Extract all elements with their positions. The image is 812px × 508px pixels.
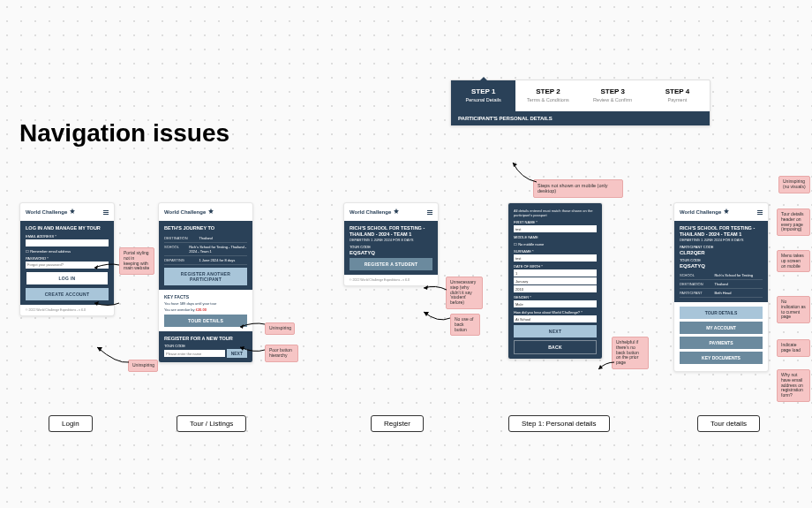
note-tour-header-every-page: Tour details header on every page (impos… [777,209,810,236]
password-label: PASSWORD * [26,256,109,261]
firstname-input[interactable] [514,225,597,232]
menu-icon[interactable] [757,210,763,215]
tour-details-button[interactable]: TOUR DETAILS [164,315,247,327]
dob-year[interactable] [514,285,597,292]
register-student-button[interactable]: REGISTER A STUDENT [350,258,432,270]
dob-day[interactable] [514,269,597,277]
note-portal-styling: Portal styling not in keeping with main … [119,247,154,275]
caption-tour: Tour / Listings [177,415,246,432]
step-2: STEP 2Terms & Conditions [515,80,580,111]
back-button[interactable]: BACK [514,340,597,354]
note-page-load: Indicate page load [777,339,810,357]
login-header: LOG IN AND MANAGE MY TOUR [26,225,109,231]
participant-code-label: PARTICIPANT CODE [680,245,763,249]
phone-details: World Challenge RICH'S SCHOOL FOR TESTIN… [673,202,769,372]
note-steps-not-shown: Steps not shown on mobile (only desktop) [533,179,623,198]
caption-login: Login [49,415,93,432]
note-no-back: No use of back button [450,314,480,336]
nav-key-docs[interactable]: KEY DOCUMENTS [680,352,763,364]
tour-code-label: TOUR CODE [350,245,432,249]
note-poor-hierarchy: Poor button hierarchy [265,345,298,362]
phone-register: World Challenge RICH'S SCHOOL FOR TESTIN… [343,202,439,286]
note-uninspiring-3: Uninspiring (no visuals) [778,176,810,193]
key-fact-days: You have 589 days until your tour [164,301,247,306]
tour-code-label: TOUR CODE [680,258,763,262]
note-menu-screen: Menu takes up screen on mobile [777,250,810,272]
tour-code-value: EQSATYQ [350,250,432,255]
surname-input[interactable] [514,254,597,262]
register-another-button[interactable]: REGISTER ANOTHER PARTICIPANT [164,268,247,285]
caption-details: Tour details [697,415,760,432]
details-subheader: DEPARTING 1 JUNE 2024 FOR 8 DAYS [680,238,763,242]
personal-intro: All details entered must match those sho… [514,209,597,217]
step-3: STEP 3Review & Confirm [581,80,645,111]
logo: World Challenge [164,208,215,216]
step-4: STEP 4Payment [645,80,710,111]
logo: World Challenge [26,208,77,216]
next-button[interactable]: NEXT [514,325,597,337]
password-field[interactable] [26,262,109,269]
phone-tour: World Challenge BETH'S JOURNEY TO DESTIN… [158,202,253,363]
menu-icon[interactable] [103,210,109,215]
phone-login: World Challenge LOG IN AND MANAGE MY TOU… [19,202,115,316]
tour-code-label: TOUR CODE [164,344,247,348]
nav-tour-details[interactable]: TOUR DETAILS [680,307,763,319]
footer: © 2022 World Challenge Expeditions - v 6… [20,305,114,315]
remember-checkbox-label[interactable]: ☐ Remember email address [26,249,109,254]
register-new-tour-header: REGISTER FOR A NEW TOUR [164,336,247,342]
tour-code-input[interactable] [164,350,225,357]
step-1: STEP 1Personal Details [451,80,515,111]
note-uninspiring-2: Uninspiring [265,322,295,335]
gender-label: GENDER * [514,295,597,299]
dob-label: DATE OF BIRTH * [514,264,597,269]
register-subheader: DEPARTING 1 JUNE 2024 FOR 8 DAYS [350,238,432,242]
hear-about-label: How did you hear about World Challenge? … [514,310,597,315]
email-label: EMAIL ADDRESS * [26,234,109,239]
next-button[interactable]: NEXT [227,349,247,358]
key-fact-overdue: You are overdue by £20.00 [164,307,247,312]
journey-header: BETH'S JOURNEY TO [164,225,247,231]
page-title: Navigation issues [19,119,229,148]
stepper-section-label: PARTICIPANT'S PERSONAL DETAILS [451,111,710,125]
participant-code-value: CLR2QER [680,250,763,255]
stepper-preview: STEP 1Personal Details STEP 2Terms & Con… [450,80,710,126]
note-unhelpful-back: Unhelpful if there's no back button on t… [612,337,649,369]
details-header: RICH'S SCHOOL FOR TESTING - THAILAND - 2… [680,225,763,237]
tour-code-value: EQSATYQ [680,263,763,269]
nav-payments[interactable]: PAYMENTS [680,337,763,349]
caption-personal: Step 1: Personal details [508,415,610,432]
firstname-label: FIRST NAME * [514,220,597,224]
phone-personal: All details entered must match those sho… [508,202,603,360]
note-email-reg: Why not have email address on registrati… [777,369,810,402]
footer: © 2022 World Challenge Expeditions - v 6… [344,275,438,285]
hear-about-select[interactable] [514,315,597,322]
register-header: RICH'S SCHOOL FOR TESTING - THAILAND - 2… [350,225,432,237]
login-button[interactable]: LOG IN [26,271,109,285]
note-unnecessary-step: Unnecessary step (why didn't it say 'stu… [446,277,483,309]
logo: World Challenge [350,208,401,216]
caption-register: Register [371,415,424,432]
email-field[interactable] [26,239,109,246]
no-middle-name-checkbox[interactable]: ☐ No middle name [514,242,597,246]
menu-icon[interactable] [427,210,432,215]
key-facts-title: KEY FACTS [164,294,247,299]
gender-select[interactable] [514,300,597,307]
surname-label: SURNAME * [514,249,597,254]
nav-my-account[interactable]: MY ACCOUNT [680,322,763,334]
middlename-label: MIDDLE NAME [514,235,597,239]
logo: World Challenge [680,208,731,216]
note-uninspiring-1: Uninspiring [128,360,158,372]
note-no-current-page: No indication as to current page [777,296,810,323]
dob-month[interactable] [514,277,597,284]
create-account-button[interactable]: CREATE ACCOUNT [26,288,109,300]
